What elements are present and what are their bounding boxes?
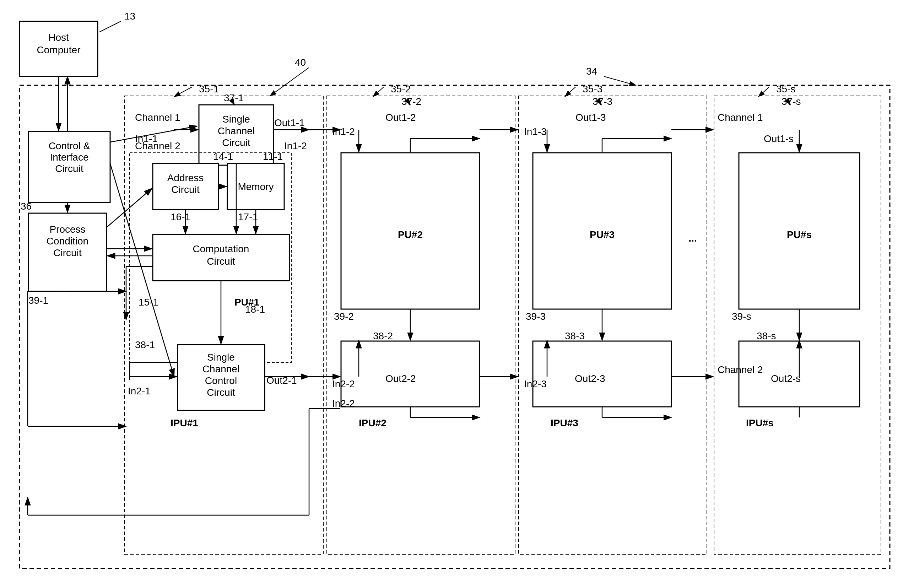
svg-text:39-1: 39-1: [28, 295, 48, 306]
svg-text:In1-1: In1-1: [135, 133, 158, 144]
svg-text:Out2-2: Out2-2: [385, 373, 416, 384]
svg-text:Out1-s: Out1-s: [764, 133, 794, 144]
svg-text:38-s: 38-s: [757, 330, 776, 341]
svg-text:35-1: 35-1: [199, 83, 219, 94]
svg-text:Circuit: Circuit: [53, 247, 82, 258]
diagram: Host Computer 13 34 Control & Interface …: [0, 0, 903, 588]
svg-text:Channel 1: Channel 1: [717, 112, 763, 123]
svg-text:35-2: 35-2: [391, 83, 411, 94]
svg-text:In2-2: In2-2: [332, 398, 355, 409]
svg-text:IPU#1: IPU#1: [170, 417, 198, 428]
svg-text:Single: Single: [207, 352, 235, 363]
svg-text:Computer: Computer: [37, 44, 81, 55]
svg-text:IPU#2: IPU#2: [359, 417, 387, 428]
svg-text:Circuit: Circuit: [207, 387, 235, 398]
svg-text:Circuit: Circuit: [171, 184, 200, 195]
svg-text:PU#3: PU#3: [590, 229, 615, 240]
svg-text:Circuit: Circuit: [55, 163, 83, 174]
svg-text:37-s: 37-s: [782, 96, 801, 107]
svg-text:Interface: Interface: [50, 152, 89, 163]
svg-text:38-1: 38-1: [135, 339, 155, 350]
svg-text:Computation: Computation: [193, 244, 249, 255]
svg-text:Condition: Condition: [47, 236, 88, 247]
svg-text:PU#2: PU#2: [398, 229, 423, 240]
svg-text:Process: Process: [49, 224, 85, 235]
svg-text:16-1: 16-1: [170, 211, 190, 222]
svg-text:In2-3: In2-3: [524, 378, 547, 389]
svg-text:Channel 2: Channel 2: [717, 364, 763, 375]
svg-text:39-s: 39-s: [732, 311, 751, 322]
svg-text:13: 13: [124, 11, 135, 22]
svg-text:14-1: 14-1: [213, 151, 233, 162]
svg-text:Circuit: Circuit: [207, 256, 235, 267]
svg-text:15-1: 15-1: [138, 297, 159, 308]
svg-text:Single: Single: [222, 114, 250, 125]
svg-text:PU#s: PU#s: [787, 229, 812, 240]
svg-text:Out1-1: Out1-1: [274, 117, 305, 128]
svg-text:Out1-2: Out1-2: [385, 112, 416, 123]
svg-text:39-2: 39-2: [334, 311, 354, 322]
svg-text:34: 34: [586, 66, 597, 77]
svg-text:37-1: 37-1: [224, 93, 244, 104]
svg-text:Memory: Memory: [238, 181, 274, 192]
svg-text:In1-2: In1-2: [332, 126, 355, 137]
svg-text:In1-2: In1-2: [284, 140, 307, 151]
svg-text:39-3: 39-3: [526, 311, 546, 322]
svg-text:38-2: 38-2: [373, 330, 393, 341]
svg-text:18-1: 18-1: [245, 304, 265, 315]
svg-text:Channel: Channel: [218, 126, 255, 137]
svg-text:Circuit: Circuit: [222, 137, 250, 148]
svg-text:35-s: 35-s: [776, 83, 795, 94]
svg-text:Control: Control: [205, 375, 237, 386]
svg-text:37-3: 37-3: [593, 96, 612, 107]
svg-text:Address: Address: [167, 172, 204, 183]
svg-text:38-3: 38-3: [565, 330, 585, 341]
svg-text:In2-1: In2-1: [128, 385, 151, 396]
svg-text:Out1-3: Out1-3: [576, 112, 606, 123]
svg-text:11-1: 11-1: [263, 151, 283, 162]
svg-text:In1-3: In1-3: [524, 126, 547, 137]
svg-text:Channel 1: Channel 1: [135, 112, 181, 123]
svg-text:37-2: 37-2: [401, 96, 421, 107]
svg-text:IPU#3: IPU#3: [551, 417, 578, 428]
svg-text:Host: Host: [48, 32, 69, 43]
svg-text:36: 36: [20, 201, 31, 212]
svg-text:Out2-s: Out2-s: [771, 373, 801, 384]
svg-text:17-1: 17-1: [238, 211, 258, 222]
svg-text:35-3: 35-3: [582, 83, 603, 94]
svg-text:Channel: Channel: [203, 363, 239, 374]
svg-text:In2-2: In2-2: [332, 378, 355, 389]
svg-text:Control &: Control &: [49, 140, 90, 151]
svg-text:IPU#s: IPU#s: [746, 417, 774, 428]
svg-text:...: ...: [688, 233, 697, 244]
svg-text:40: 40: [295, 57, 306, 68]
svg-text:Out2-3: Out2-3: [575, 373, 605, 384]
